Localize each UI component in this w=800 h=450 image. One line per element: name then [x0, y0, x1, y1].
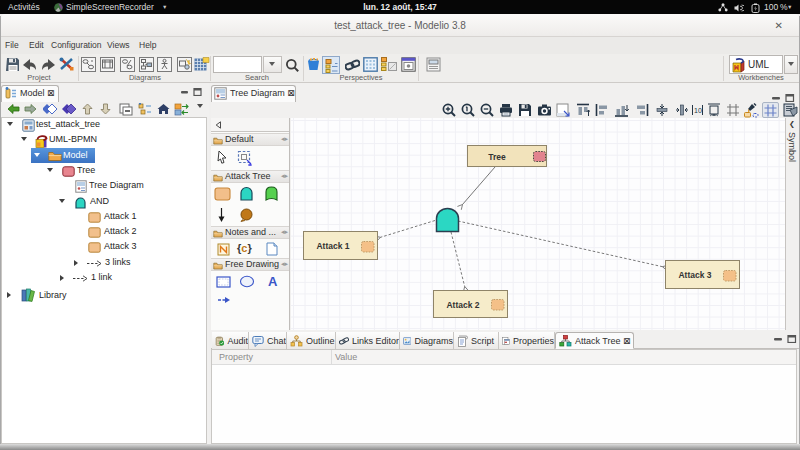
svg-text:10: 10	[694, 107, 702, 114]
svg-text:Attack 2: Attack 2	[446, 300, 479, 310]
svg-text:Tree: Tree	[488, 152, 506, 162]
svg-text:Attack 1: Attack 1	[316, 241, 349, 251]
svg-text:Attack 3: Attack 3	[678, 270, 711, 280]
